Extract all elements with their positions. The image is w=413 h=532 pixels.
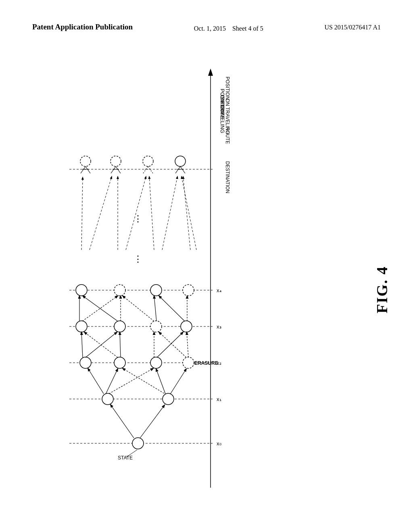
svg-line-15 (109, 368, 153, 394)
svg-line-39 (143, 166, 148, 173)
svg-line-14 (170, 369, 186, 394)
svg-line-36 (111, 166, 116, 173)
x0-label: x₀ (217, 441, 221, 447)
node-x4-1 (76, 285, 87, 296)
patent-number: US 2015/0276417 A1 (324, 22, 381, 31)
svg-line-42 (175, 166, 180, 173)
node-x3-4 (181, 321, 192, 332)
node-x3-1 (76, 321, 87, 332)
svg-line-17 (81, 332, 83, 357)
svg-line-12 (106, 369, 118, 394)
svg-line-11 (88, 368, 104, 394)
dest-node-2 (111, 156, 121, 166)
svg-line-33 (81, 166, 86, 173)
publication-title: Patent Application Publication (32, 22, 133, 32)
svg-marker-1 (208, 69, 213, 76)
svg-line-51 (183, 177, 190, 250)
node-x2-1 (80, 357, 91, 368)
x3-label: x₃ (217, 324, 221, 330)
header-center: Oct. 1, 2015 Sheet 4 of 5 (194, 22, 263, 33)
node-x3-3-dashed (150, 321, 162, 332)
svg-line-48 (126, 177, 146, 250)
figure-label: FIG. 4 (373, 266, 391, 314)
node-x4-2-dashed (114, 285, 125, 296)
svg-line-46 (90, 177, 112, 250)
svg-line-23 (159, 332, 186, 357)
pos-label1: POSITION (225, 77, 230, 100)
svg-line-43 (180, 166, 185, 173)
publication-date: Oct. 1, 2015 (194, 25, 226, 32)
dots-upper: ⋮ (133, 214, 142, 224)
svg-line-40 (148, 166, 153, 173)
node-x2-4-dashed (183, 357, 194, 368)
svg-line-10 (140, 405, 165, 438)
node-x2-3 (150, 357, 162, 368)
svg-line-22 (157, 332, 183, 357)
node-x4-3 (150, 285, 162, 296)
svg-line-45 (81, 177, 83, 250)
node-x3-2 (114, 321, 125, 332)
svg-line-16 (123, 368, 164, 393)
svg-line-13 (156, 369, 165, 394)
x1-label: x₁ (217, 396, 221, 402)
svg-line-52 (181, 177, 196, 250)
destination-label: DESTINATION (225, 161, 230, 193)
diagram-area: POSITION ON TRAVELING ROUTE POSITION ON … (32, 64, 357, 508)
node-x1-2 (163, 393, 174, 405)
pos-label3: ROUTE (225, 127, 230, 144)
dest-node-4 (175, 156, 186, 166)
svg-line-24 (187, 332, 188, 357)
state-label: STATE (118, 455, 133, 461)
svg-line-19 (84, 332, 118, 357)
dest-node-3 (143, 156, 153, 166)
page-header: Patent Application Publication Oct. 1, 2… (0, 22, 413, 33)
svg-line-29 (123, 296, 154, 321)
svg-line-30 (154, 296, 156, 321)
x4-label: x₄ (217, 287, 221, 293)
svg-line-50 (162, 177, 177, 250)
node-x2-2 (114, 357, 125, 368)
svg-line-20 (120, 332, 121, 357)
svg-line-37 (116, 166, 121, 173)
svg-line-49 (149, 177, 154, 250)
node-x0 (132, 438, 144, 449)
node-x1-1 (102, 393, 113, 405)
svg-line-31 (159, 296, 185, 321)
erasure-label: ERASURE (194, 360, 218, 366)
svg-line-34 (86, 166, 90, 173)
dots-lower: ⋮ (133, 254, 142, 264)
dest-node-1 (80, 156, 91, 166)
sheet-info: Sheet 4 of 5 (232, 25, 263, 32)
axis-route-label: ROUTE (219, 101, 225, 119)
node-x4-4-dashed (183, 285, 194, 296)
svg-line-9 (111, 405, 134, 438)
diagram-svg: POSITION ON TRAVELING ROUTE POSITION ON … (32, 64, 357, 508)
